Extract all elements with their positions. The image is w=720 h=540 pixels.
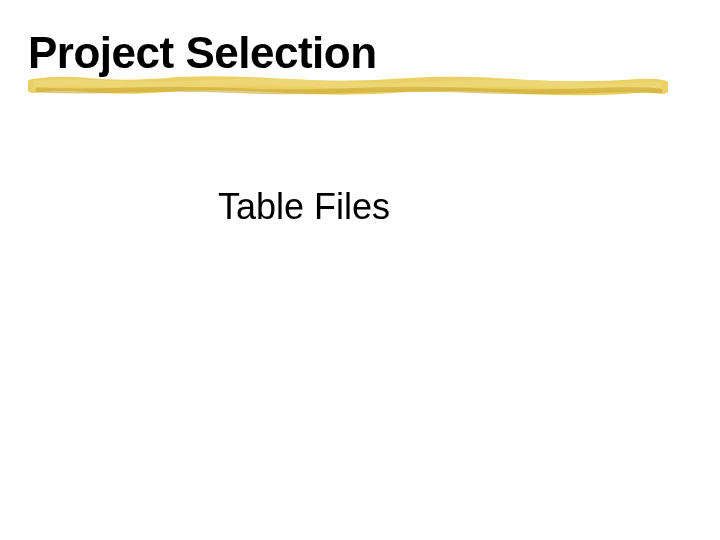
slide-subtitle: Table Files bbox=[218, 186, 390, 228]
slide-title: Project Selection bbox=[28, 28, 377, 78]
